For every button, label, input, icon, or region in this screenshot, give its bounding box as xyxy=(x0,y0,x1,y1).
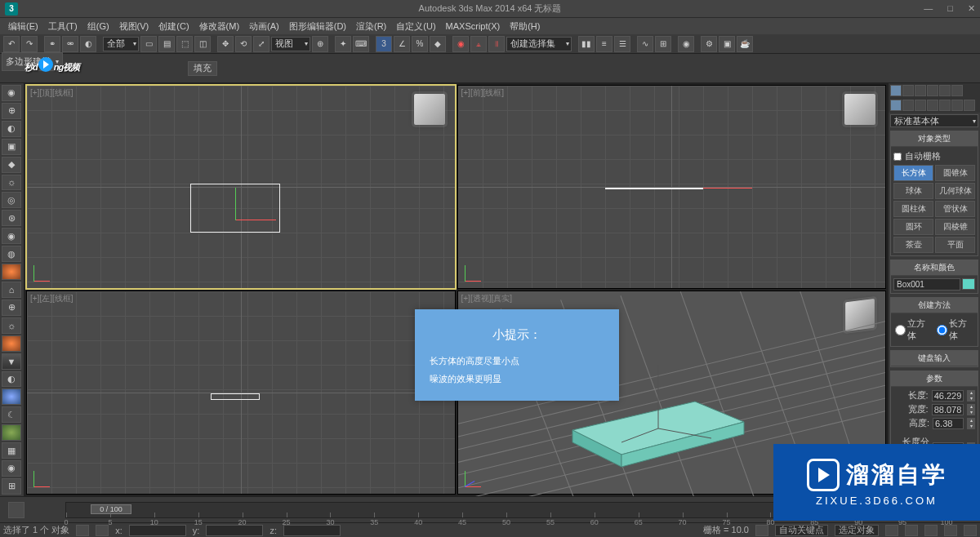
pivot-button[interactable]: ⊕ xyxy=(312,36,328,52)
lt-btn-3[interactable]: ◐ xyxy=(2,121,21,137)
lt-btn-2[interactable]: ⊕ xyxy=(2,103,21,119)
coord-z-field[interactable] xyxy=(283,525,341,536)
lt-btn-17[interactable]: ◐ xyxy=(2,371,21,388)
manipulate-button[interactable]: ✦ xyxy=(335,36,351,52)
edit-selset-button[interactable]: ◉ xyxy=(452,36,469,52)
lt-btn-7[interactable]: ◎ xyxy=(2,192,21,208)
lt-btn-22[interactable]: ◉ xyxy=(2,460,21,477)
lt-btn-1[interactable]: ◉ xyxy=(2,85,21,101)
lt-btn-5[interactable]: ◆ xyxy=(2,157,21,173)
lt-btn-20[interactable] xyxy=(2,424,21,441)
menu-grapheditor[interactable]: 图形编辑器(D) xyxy=(284,20,351,33)
timeline-config-button[interactable] xyxy=(8,502,24,518)
menu-animation[interactable]: 动画(A) xyxy=(244,20,284,33)
mirror-button[interactable]: ⟁ xyxy=(470,36,487,52)
isolate-button[interactable] xyxy=(96,525,109,536)
rollup-params-header[interactable]: 参数 xyxy=(891,371,978,387)
btn-cylinder[interactable]: 圆柱体 xyxy=(893,201,933,217)
angle-snap-button[interactable]: ∠ xyxy=(394,36,410,52)
menu-view[interactable]: 视图(V) xyxy=(114,20,154,33)
subtab-geometry[interactable] xyxy=(890,100,902,111)
lt-btn-4[interactable]: ▣ xyxy=(2,139,21,155)
height-spin-icon[interactable] xyxy=(967,418,975,429)
select-button[interactable]: ▭ xyxy=(140,36,157,52)
btn-sphere[interactable]: 球体 xyxy=(893,183,933,199)
subtab-systems[interactable] xyxy=(964,100,975,111)
lt-btn-18[interactable] xyxy=(2,388,21,405)
rollup-objecttype-header[interactable]: 对象类型 xyxy=(891,131,978,147)
play-button[interactable] xyxy=(885,525,898,536)
maximize-button[interactable]: □ xyxy=(947,3,953,14)
select-rect-button[interactable]: ⬚ xyxy=(176,36,193,52)
length-spinner[interactable]: 46.229 xyxy=(932,390,964,402)
timeline-slider[interactable]: 0 / 100 xyxy=(91,504,131,514)
btn-tube[interactable]: 管状体 xyxy=(935,201,975,217)
viewcube-front[interactable] xyxy=(844,94,875,125)
link-button[interactable]: ⚭ xyxy=(44,36,60,52)
lt-btn-9[interactable]: ◉ xyxy=(2,228,21,244)
rollup-keyboard-header[interactable]: 键盘输入 xyxy=(891,351,978,366)
selected-object-dropdown[interactable]: 选定对象 xyxy=(835,525,879,536)
selection-set-dropdown[interactable]: 创建选择集 xyxy=(506,37,572,51)
unlink-button[interactable]: ⚮ xyxy=(62,36,78,52)
tab-motion[interactable] xyxy=(927,85,938,96)
goto-start-button[interactable] xyxy=(905,525,918,536)
snap-toggle-button[interactable]: 3 xyxy=(376,36,392,52)
percent-snap-button[interactable]: % xyxy=(412,36,428,52)
btn-torus[interactable]: 圆环 xyxy=(893,219,933,235)
subtab-cameras[interactable] xyxy=(927,100,938,111)
menu-group[interactable]: 组(G) xyxy=(82,20,114,33)
tab-create[interactable] xyxy=(890,85,902,96)
select-name-button[interactable]: ▤ xyxy=(158,36,175,52)
autogrid-checkbox[interactable] xyxy=(893,153,902,161)
coord-y-field[interactable] xyxy=(206,525,263,536)
autokey-button[interactable]: 自动关键点 xyxy=(775,525,828,536)
radio-cube[interactable]: 立方体 xyxy=(895,317,932,342)
tab-utilities[interactable] xyxy=(951,85,963,96)
viewport-top[interactable]: [+][顶][线框] xyxy=(26,85,456,289)
subtab-helpers[interactable] xyxy=(939,100,951,111)
layers-button[interactable]: ☰ xyxy=(614,36,630,52)
selection-filter-dropdown[interactable]: 全部 xyxy=(103,37,139,51)
menu-render[interactable]: 渲染(R) xyxy=(351,20,391,33)
viewcube-top[interactable] xyxy=(414,94,445,125)
menu-create[interactable]: 创建(C) xyxy=(154,20,194,33)
render-frame-button[interactable]: ▣ xyxy=(719,36,735,52)
lt-btn-11[interactable] xyxy=(2,264,21,280)
object-name-field[interactable]: Box001 xyxy=(893,278,960,291)
menu-customize[interactable]: 自定义(U) xyxy=(391,20,440,33)
menu-edit[interactable]: 编辑(E) xyxy=(3,20,43,33)
height-spinner[interactable]: 6.38 xyxy=(933,418,964,429)
redo-button[interactable]: ↷ xyxy=(21,36,38,52)
select-move-button[interactable]: ✥ xyxy=(217,36,234,52)
menu-help[interactable]: 帮助(H) xyxy=(505,20,545,33)
curve-editor-button[interactable]: ∿ xyxy=(637,36,653,52)
select-rotate-button[interactable]: ⟲ xyxy=(235,36,252,52)
viewport-front[interactable]: [+][前][线框] xyxy=(457,85,887,289)
goto-end-button[interactable] xyxy=(964,525,977,536)
lt-btn-10[interactable]: ◍ xyxy=(2,246,21,262)
lt-btn-21[interactable]: ▦ xyxy=(2,442,21,459)
align2-button[interactable]: ≡ xyxy=(596,36,612,52)
refcoord-dropdown[interactable]: 视图 xyxy=(271,37,310,51)
lt-btn-13[interactable]: ⊕ xyxy=(2,300,21,316)
menu-modifiers[interactable]: 修改器(M) xyxy=(194,20,245,33)
schematic-button[interactable]: ⊞ xyxy=(655,36,671,52)
viewport-left[interactable]: [+][左][线框] xyxy=(26,291,456,495)
object-color-swatch[interactable] xyxy=(962,278,975,290)
lt-btn-23[interactable]: ⊞ xyxy=(2,478,21,495)
menu-tools[interactable]: 工具(T) xyxy=(43,20,82,33)
menu-maxscript[interactable]: MAXScript(X) xyxy=(441,21,506,31)
keyboard-button[interactable]: ⌨ xyxy=(353,36,369,52)
btn-geosphere[interactable]: 几何球体 xyxy=(935,183,975,199)
spinner-snap-button[interactable]: ◆ xyxy=(430,36,446,52)
tab-hierarchy[interactable] xyxy=(915,85,926,96)
length-spin-icon[interactable] xyxy=(967,390,975,402)
lt-btn-19[interactable]: ☾ xyxy=(2,406,21,423)
time-tag-button[interactable] xyxy=(755,525,768,536)
lt-btn-12[interactable]: ⌂ xyxy=(2,282,21,298)
subtab-shapes[interactable] xyxy=(902,100,914,111)
coord-x-field[interactable] xyxy=(129,525,186,536)
lt-btn-6[interactable]: ☼ xyxy=(2,175,21,191)
close-button[interactable]: ✕ xyxy=(968,3,975,14)
